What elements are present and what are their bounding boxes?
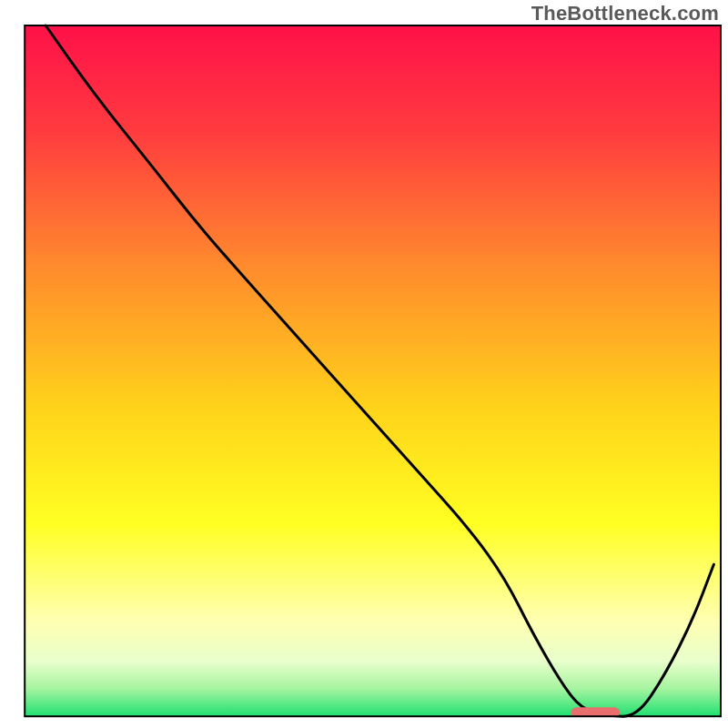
gradient-bg xyxy=(25,25,721,716)
chart-stage: TheBottleneck.com xyxy=(0,0,728,728)
watermark-text: TheBottleneck.com xyxy=(531,2,719,25)
bottleneck-chart xyxy=(0,0,728,728)
